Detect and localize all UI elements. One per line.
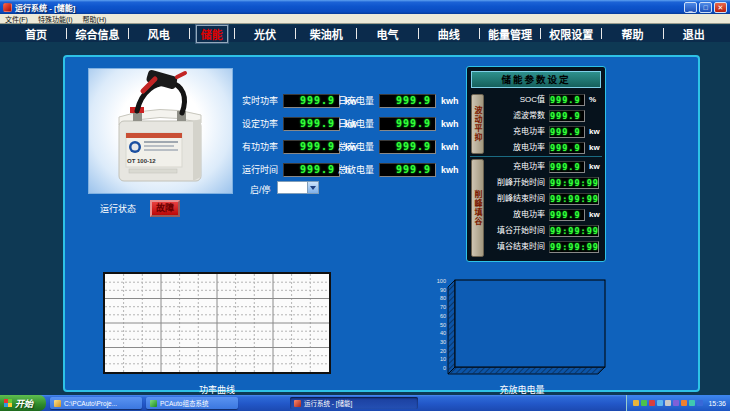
metric-label: 日充电量 (336, 94, 374, 108)
taskbar-task-explorer[interactable]: C:\PCAuto\Proje... (50, 397, 142, 409)
menu-help[interactable]: 帮助(H) (83, 14, 107, 24)
nav-item-storage-active[interactable]: 储能 (196, 25, 228, 43)
setting-unit: kw (589, 209, 600, 221)
metric-unit: kwh (441, 163, 459, 177)
setting-label: 填谷开始时间 (487, 225, 545, 237)
section-label-fluctuation-smoothing: 波动平抑 (471, 94, 484, 154)
folder-icon (54, 400, 61, 407)
tray-icon[interactable] (697, 400, 703, 406)
setting-unit: kw (589, 142, 600, 154)
tray-icon[interactable] (641, 400, 647, 406)
metric-label: 设定功率 (240, 117, 278, 131)
svg-text:OT 100-12: OT 100-12 (127, 158, 156, 164)
setting-label: 填谷结束时间 (487, 241, 545, 253)
metric-led-display: 999.9 (283, 117, 340, 131)
y-tick: 90 (440, 287, 446, 293)
section-divider (470, 156, 602, 157)
nav-separator (189, 28, 190, 39)
y-tick: 20 (440, 348, 446, 354)
battery-illustration: OT 100-12 (89, 69, 232, 193)
menu-file[interactable]: 文件(F) (5, 14, 28, 24)
y-tick: 30 (440, 339, 446, 345)
metric-label: 实时功率 (240, 94, 278, 108)
taskbar-task-pcauto[interactable]: PCAuto组态系统 (146, 397, 238, 409)
taskbar-clock: 15:36 (708, 400, 726, 407)
tray-icon[interactable] (681, 400, 687, 406)
power-curve-chart (103, 272, 331, 374)
maximize-icon[interactable]: □ (699, 2, 712, 13)
nav-item-pv[interactable]: 光伏 (235, 26, 295, 42)
tray-icon[interactable] (633, 400, 639, 406)
run-status-row: 运行状态 故障 (100, 200, 240, 217)
y-tick: 80 (440, 295, 446, 301)
nav-item-overview[interactable]: 综合信息 (67, 26, 127, 42)
metric-led-display: 999.9 (379, 117, 436, 131)
setting-label: 放电功率 (487, 209, 545, 221)
chevron-down-icon (310, 186, 316, 190)
section-label-peak-shaving: 削峰填谷 (471, 159, 484, 257)
start-button-label: 开始 (15, 397, 33, 410)
tray-icon[interactable] (657, 400, 663, 406)
fault-indicator[interactable]: 故障 (150, 200, 180, 217)
metric-led-display: 999.9 (283, 94, 340, 108)
metric-led-display: 999.9 (379, 94, 436, 108)
y-tick: 50 (440, 322, 446, 328)
setting-led-display: 999.9 (549, 142, 585, 154)
nav-item-help[interactable]: 帮助 (602, 26, 662, 42)
y-tick: 100 (437, 278, 446, 284)
setting-led-display: 99:99:99 (549, 241, 599, 253)
metric-label: 总放电量 (336, 163, 374, 177)
window-titlebar: 运行系统 - [储能] _ □ ✕ (0, 0, 730, 14)
setting-label: 削峰开始时间 (487, 177, 545, 189)
nav-bar: 首页 综合信息 风电 储能 光伏 柴油机 电气 曲线 能量管理 权限设置 帮助 … (0, 25, 730, 42)
app-icon (3, 3, 12, 12)
start-button[interactable]: 开始 (0, 395, 46, 411)
metric-led-display: 999.9 (379, 140, 436, 154)
system-tray: 15:36 (626, 395, 730, 411)
nav-item-energy-mgmt[interactable]: 能量管理 (480, 26, 540, 42)
start-stop-label: 启/停 (250, 183, 271, 196)
nav-item-electrical[interactable]: 电气 (357, 26, 417, 42)
energy-bar-chart: 100 90 80 70 60 50 40 30 20 10 0 (433, 277, 611, 377)
y-tick: 40 (440, 330, 446, 336)
setting-led-display: 999.9 (549, 161, 585, 173)
metric-unit: kwh (441, 140, 459, 154)
window-title: 运行系统 - [储能] (15, 2, 684, 13)
tray-icon[interactable] (665, 400, 671, 406)
battery-image: OT 100-12 (88, 68, 233, 194)
y-tick: 70 (440, 304, 446, 310)
setting-label: 滤波常数 (487, 110, 545, 122)
taskbar-task-runtime-active[interactable]: 运行系统 - [储能] (290, 397, 418, 409)
windows-flag-icon (4, 399, 12, 407)
tray-icon[interactable] (673, 400, 679, 406)
setting-unit: kw (589, 161, 600, 173)
metric-led-display: 999.9 (283, 163, 340, 177)
tray-icon[interactable] (689, 400, 695, 406)
setting-unit: kw (589, 126, 600, 138)
nav-item-permissions[interactable]: 权限设置 (541, 26, 601, 42)
task-label: C:\PCAuto\Proje... (64, 400, 117, 407)
nav-item-curves[interactable]: 曲线 (419, 26, 479, 42)
setting-led-display: 99:99:99 (549, 177, 599, 189)
setting-label: 放电功率 (487, 142, 545, 154)
dropdown-button[interactable] (307, 182, 318, 193)
task-label: PCAuto组态系统 (160, 398, 208, 408)
setting-label: SOC值 (487, 94, 545, 106)
menu-special-functions[interactable]: 特殊功能(I) (38, 14, 73, 24)
setting-led-display: 999.9 (549, 110, 585, 122)
nav-item-diesel[interactable]: 柴油机 (296, 26, 356, 42)
nav-item-exit[interactable]: 退出 (664, 26, 724, 42)
nav-item-home[interactable]: 首页 (6, 26, 66, 42)
tray-icon[interactable] (649, 400, 655, 406)
pcauto-icon (150, 400, 157, 407)
energy-chart-axes: 100 90 80 70 60 50 40 30 20 10 0 (433, 277, 611, 377)
setting-label: 充电功率 (487, 126, 545, 138)
scada-energy-storage-screen: 运行系统 - [储能] _ □ ✕ 文件(F) 特殊功能(I) 帮助(H) 首页… (0, 0, 730, 411)
settings-panel: 储能参数设定 波动平抑 削峰填谷 SOC值 999.9 % 滤波常数 999.9… (466, 66, 606, 262)
start-stop-dropdown[interactable] (277, 181, 319, 194)
nav-item-wind[interactable]: 风电 (129, 26, 189, 42)
minimize-icon[interactable]: _ (684, 2, 697, 13)
close-icon[interactable]: ✕ (714, 2, 727, 13)
taskbar: 开始 C:\PCAuto\Proje... PCAuto组态系统 运行系统 - … (0, 395, 730, 411)
menu-bar: 文件(F) 特殊功能(I) 帮助(H) (0, 14, 730, 24)
